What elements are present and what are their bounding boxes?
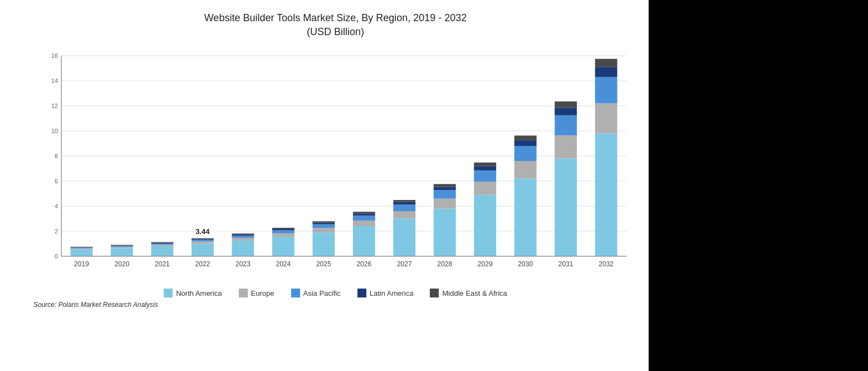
svg-rect-56 [312,228,335,233]
legend-label: Middle East & Africa [442,289,507,297]
bar-chart-svg: 024681012141620192020202120223.442023202… [33,45,637,284]
svg-text:2031: 2031 [558,260,573,268]
svg-rect-86 [514,161,537,179]
svg-rect-83 [474,163,496,167]
svg-rect-62 [353,221,375,226]
svg-rect-33 [151,243,173,243]
chart-area: 024681012141620192020202120223.442023202… [33,45,637,284]
svg-rect-49 [272,237,295,257]
svg-text:2021: 2021 [155,260,170,268]
svg-rect-63 [353,216,375,221]
svg-text:0: 0 [55,253,58,260]
legend-color-swatch [430,289,439,297]
svg-rect-97 [595,134,617,257]
svg-rect-67 [393,219,415,257]
svg-rect-45 [232,236,254,238]
svg-rect-98 [595,104,617,134]
legend-item: Latin America [357,289,414,297]
svg-rect-101 [595,59,617,67]
svg-rect-34 [151,242,173,243]
svg-text:6: 6 [55,178,58,184]
svg-rect-91 [555,159,577,257]
svg-rect-58 [312,223,335,224]
chart-container: Website Builder Tools Market Size, By Re… [0,0,649,371]
svg-rect-30 [151,246,173,256]
svg-text:2032: 2032 [599,260,614,268]
svg-text:2024: 2024 [276,260,291,268]
svg-rect-65 [353,212,375,214]
svg-rect-24 [111,248,133,257]
chart-title: Website Builder Tools Market Size, By Re… [33,11,637,39]
svg-text:2029: 2029 [478,260,493,268]
svg-text:3.44: 3.44 [195,227,210,236]
svg-rect-82 [474,167,496,171]
legend-color-swatch [357,289,366,297]
legend-item: North America [164,289,222,297]
svg-rect-25 [111,247,133,248]
legend-item: Europe [239,289,274,297]
svg-text:8: 8 [55,153,58,159]
svg-rect-46 [232,235,254,236]
legend-label: Asia Pacific [303,289,341,297]
svg-text:2020: 2020 [115,260,130,268]
legend-color-swatch [239,289,248,297]
svg-rect-87 [514,146,537,161]
svg-rect-52 [272,229,295,230]
legend-color-swatch [164,289,173,297]
svg-rect-70 [393,202,415,205]
legend-item: Middle East & Africa [430,289,507,297]
svg-rect-95 [555,102,577,108]
svg-rect-57 [312,224,335,228]
svg-rect-99 [595,77,617,104]
svg-rect-20 [71,248,93,248]
svg-rect-80 [474,182,496,196]
svg-rect-18 [71,250,93,256]
svg-text:12: 12 [51,102,58,109]
svg-text:2: 2 [55,228,58,235]
svg-rect-27 [111,246,133,246]
svg-rect-32 [151,243,173,245]
svg-text:2019: 2019 [74,260,89,268]
svg-rect-39 [192,239,214,240]
legend-item: Asia Pacific [291,289,341,297]
svg-rect-44 [232,238,254,241]
svg-text:2027: 2027 [397,260,412,268]
legend-color-swatch [291,289,300,297]
svg-rect-69 [393,205,415,212]
svg-text:2026: 2026 [356,260,371,268]
chart-legend: North AmericaEuropeAsia PacificLatin Ame… [33,289,637,297]
svg-rect-92 [555,135,577,159]
svg-rect-26 [111,246,133,247]
svg-rect-77 [434,184,456,187]
svg-rect-68 [393,211,415,219]
svg-rect-89 [514,136,537,141]
svg-rect-43 [232,241,254,256]
svg-rect-64 [353,214,375,216]
svg-rect-50 [272,233,295,237]
svg-rect-37 [192,242,214,244]
svg-rect-76 [434,187,456,191]
svg-rect-47 [232,234,254,235]
svg-rect-38 [192,240,214,242]
svg-rect-19 [71,248,93,250]
svg-rect-85 [514,179,537,257]
legend-label: North America [176,289,222,297]
svg-text:2023: 2023 [236,260,251,268]
svg-rect-36 [192,244,214,257]
svg-rect-21 [71,247,93,248]
source-text: Source: Polaris Market Research Analysis [33,301,637,309]
svg-rect-22 [71,247,93,247]
svg-rect-88 [514,140,537,146]
svg-rect-40 [192,238,214,239]
svg-rect-55 [312,233,335,257]
svg-rect-28 [111,245,133,246]
svg-rect-71 [393,200,415,202]
svg-rect-53 [272,228,295,229]
svg-text:2030: 2030 [518,260,533,268]
title-line2: (USD Billion) [33,25,637,39]
svg-rect-59 [312,222,335,223]
svg-rect-81 [474,170,496,182]
title-line1: Website Builder Tools Market Size, By Re… [33,11,637,25]
svg-rect-93 [555,115,577,135]
svg-rect-61 [353,226,375,256]
